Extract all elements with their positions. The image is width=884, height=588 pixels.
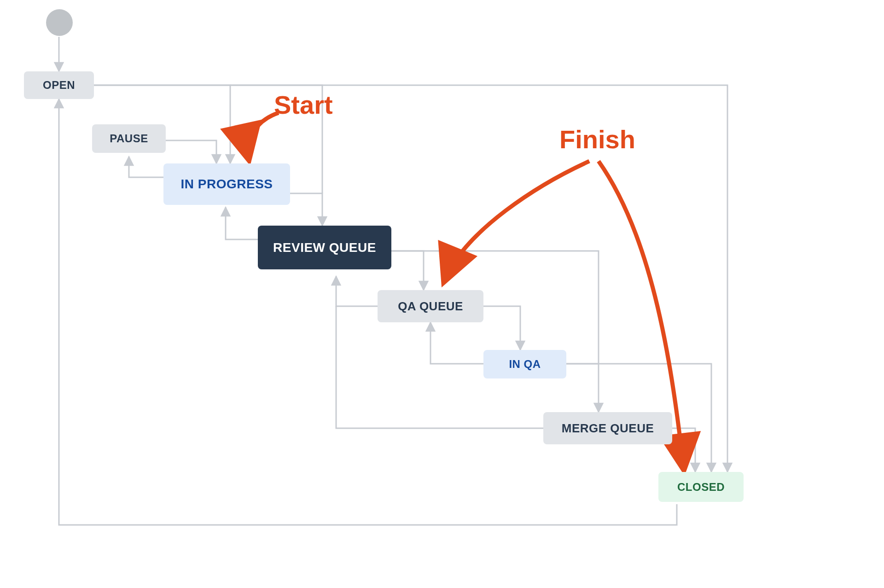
- annotation-finish-label: Finish: [559, 124, 635, 154]
- state-open: OPEN: [24, 71, 94, 99]
- edge-inqa-qaqueue: [430, 322, 483, 364]
- edge-qaqueue-inqa: [483, 306, 520, 350]
- state-in-progress: IN PROGRESS: [163, 163, 290, 205]
- edge-inprogress-pause: [129, 157, 163, 177]
- edge-inprogress-reviewq: [290, 193, 322, 226]
- annotation-arrow-start: [248, 113, 279, 159]
- annotation-arrow-finish-qa: [444, 161, 589, 281]
- edge-closed-open: [59, 99, 677, 525]
- state-pause: PAUSE: [92, 124, 166, 153]
- edge-mergeq-closed: [672, 428, 695, 472]
- workflow-diagram: OPEN PAUSE IN PROGRESS REVIEW QUEUE QA Q…: [0, 0, 884, 588]
- annotation-start-label: Start: [274, 90, 333, 120]
- state-merge-queue: MERGE QUEUE: [543, 412, 672, 444]
- state-closed: CLOSED: [658, 472, 744, 502]
- state-qa-queue: QA QUEUE: [378, 290, 483, 322]
- state-review-queue: REVIEW QUEUE: [258, 226, 391, 269]
- state-in-qa: IN QA: [483, 350, 566, 378]
- edge-qaqueue-reviewq: [336, 276, 378, 306]
- edge-inqa-mergeq: [566, 364, 599, 412]
- edge-reviewq-inprogress: [226, 207, 258, 239]
- start-dot: [46, 9, 73, 36]
- edge-reviewq-qaqueue: [391, 251, 424, 290]
- edge-pause-inprogress: [166, 140, 216, 163]
